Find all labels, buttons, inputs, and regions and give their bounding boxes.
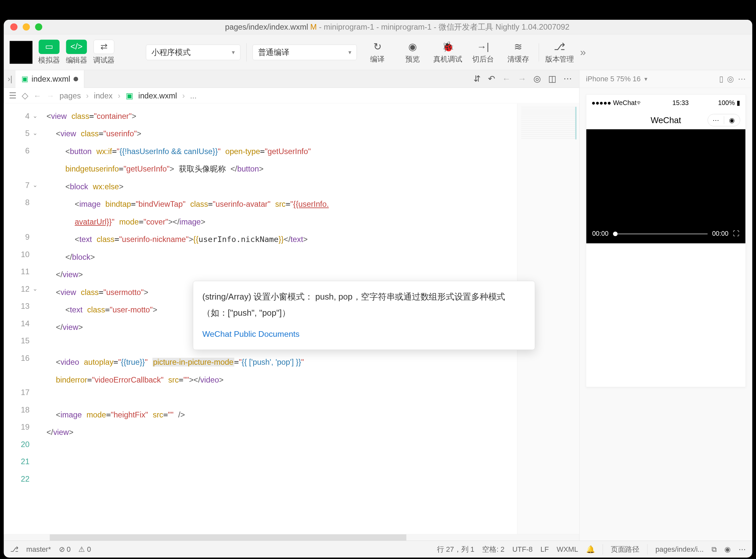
editor-button[interactable]: </> 编辑器 (66, 40, 87, 65)
tooltip-doc-link[interactable]: WeChat Public Documents (202, 326, 526, 342)
traffic-lights (10, 23, 42, 30)
mode-select[interactable]: 小程序模式 ▾ (146, 44, 240, 60)
list-icon[interactable]: ☰ (9, 91, 17, 101)
forward-icon[interactable]: → (518, 74, 527, 84)
compile-label: 编译 (370, 54, 384, 64)
compare-icon[interactable]: ⇵ (473, 74, 481, 84)
errors-indicator[interactable]: ⊘ 0 (59, 545, 71, 553)
device-frame: ●●●●● WeChatᯤ 15:33 100% ▮ WeChat ⋯ ◉ 00… (586, 94, 746, 387)
layers-icon: ≋ (514, 41, 522, 53)
tooltip-body: (string/Array) 设置小窗模式： push, pop，空字符串或通过… (202, 289, 526, 321)
clear-cache-button[interactable]: ≋ 清缓存 (504, 41, 533, 64)
video-time-current: 00:00 (592, 230, 608, 238)
more-icon[interactable]: ⋯ (738, 74, 746, 84)
eol[interactable]: LF (540, 545, 549, 553)
video-controls: 00:00 00:00 ⛶ (592, 230, 739, 238)
maximize-icon[interactable] (35, 23, 43, 30)
back-icon[interactable]: ← (502, 74, 511, 84)
indent-setting[interactable]: 空格: 2 (482, 544, 505, 554)
fold-icon[interactable]: ⌄ (32, 176, 38, 194)
language-mode[interactable]: WXML (557, 545, 578, 553)
bug-icon: 🐞 (442, 41, 454, 53)
code-icon: </> (66, 40, 87, 54)
tab-label: index.wxml (31, 74, 70, 84)
compile-button[interactable]: ↻ 编译 (362, 41, 392, 64)
modified-marker: M (310, 22, 317, 31)
device-debug-label: 真机调试 (433, 54, 462, 64)
video-seek-track[interactable] (613, 233, 708, 234)
fold-icon[interactable]: ⌄ (32, 280, 38, 297)
branch-icon[interactable]: ⎇ (10, 545, 18, 553)
back-arrow-icon[interactable]: ← (34, 91, 42, 100)
compass-icon[interactable]: ◎ (533, 74, 541, 84)
bookmark-icon[interactable]: ◇ (22, 91, 28, 101)
fold-icon[interactable]: ⌄ (32, 107, 38, 125)
sidebar-toggle-icon[interactable]: ›| (7, 74, 12, 84)
bell-icon[interactable]: 🔔 (586, 545, 595, 553)
scrollbar-thumb[interactable] (50, 534, 406, 541)
close-icon[interactable] (10, 23, 18, 30)
battery-icon: ▮ (737, 99, 740, 107)
crumb-file[interactable]: index.wxml (138, 91, 177, 100)
eye-icon[interactable]: ◉ (725, 545, 731, 553)
warnings-indicator[interactable]: ⚠ 0 (79, 545, 91, 553)
editor-panel: ›| ▣ index.wxml ⇵ ↶ ← → ◎ ◫ ⋯ ☰ (4, 70, 579, 541)
split-icon[interactable]: ◫ (548, 74, 556, 84)
clear-cache-label: 清缓存 (507, 54, 529, 64)
simulator-button[interactable]: ▭ 模拟器 (38, 40, 60, 65)
mode-select-value: 小程序模式 (152, 47, 191, 58)
title-app: 微信开发者工具 Nightly 1.04.2007092 (439, 22, 570, 31)
chevron-down-icon: ▾ (644, 75, 647, 83)
statusbar: ⎇ master* ⊘ 0 ⚠ 0 行 27，列 1 空格: 2 UTF-8 L… (4, 541, 752, 557)
minimize-icon[interactable] (23, 23, 30, 30)
device-icon[interactable]: ▯ (719, 74, 724, 84)
carrier: ●●●●● WeChat (592, 99, 636, 106)
revert-icon[interactable]: ↶ (488, 74, 495, 84)
page-path[interactable]: pages/index/i... (655, 545, 704, 553)
device-select[interactable]: iPhone 5 75% 16 (586, 75, 641, 83)
seek-handle[interactable] (613, 231, 618, 236)
fold-icon[interactable]: ⌄ (32, 125, 38, 142)
file-icon: ▣ (126, 91, 133, 100)
version-button[interactable]: ⎇ 版本管理 (545, 41, 574, 64)
debugger-button[interactable]: ⇄ 调试器 (93, 40, 115, 65)
more-icon[interactable]: ⋯ (563, 74, 572, 84)
device-debug-button[interactable]: 🐞 真机调试 (433, 41, 462, 64)
window-title: pages/index/index.wxml M - miniprogram-1… (49, 22, 746, 32)
fullscreen-icon[interactable]: ⛶ (733, 230, 739, 238)
target-icon[interactable]: ◎ (727, 74, 734, 84)
wifi-icon: ᯤ (637, 99, 643, 106)
git-branch[interactable]: master* (26, 545, 51, 553)
cursor-position[interactable]: 行 27，列 1 (437, 544, 474, 554)
exit-icon: →| (477, 41, 489, 53)
simulator-header: iPhone 5 75% 16 ▾ ▯ ◎ ⋯ (579, 70, 752, 88)
crumb-index[interactable]: index (94, 91, 113, 100)
body: ›| ▣ index.wxml ⇵ ↶ ← → ◎ ◫ ⋯ ☰ (4, 70, 752, 541)
tab-index-wxml[interactable]: ▣ index.wxml (16, 70, 84, 88)
copy-icon[interactable]: ⧉ (712, 545, 717, 553)
background-button[interactable]: →| 切后台 (468, 41, 497, 64)
compile-select[interactable]: 普通编译 ▾ (252, 44, 357, 60)
phone-icon: ▭ (39, 40, 59, 54)
preview-button[interactable]: ◉ 预览 (398, 41, 427, 64)
gutter: 4⌄ 5⌄ 6 7⌄ 8 9 10 11 12⌄ 13 14 15 16 (4, 103, 35, 534)
simulator-panel: iPhone 5 75% 16 ▾ ▯ ◎ ⋯ ●●●●● WeChatᯤ 15… (579, 70, 752, 541)
file-icon: ▣ (21, 75, 28, 83)
main-window: pages/index/index.wxml M - miniprogram-1… (4, 20, 752, 558)
more-icon[interactable]: ⋯ (738, 545, 746, 553)
horizontal-scrollbar[interactable] (4, 534, 579, 541)
crumb-more[interactable]: ... (190, 91, 197, 100)
toolbar: ▭ 模拟器 </> 编辑器 ⇄ 调试器 小程序模式 ▾ 普通编译 ▾ ↻ 编译 … (4, 35, 752, 70)
more-icon[interactable]: » (580, 46, 586, 58)
code-editor[interactable]: 4⌄ 5⌄ 6 7⌄ 8 9 10 11 12⌄ 13 14 15 16 (4, 103, 579, 534)
video-player[interactable]: 00:00 00:00 ⛶ (586, 129, 746, 244)
forward-arrow-icon[interactable]: → (46, 91, 54, 100)
capsule-menu-icon[interactable]: ⋯ (708, 116, 724, 124)
editor-label: 编辑器 (66, 55, 87, 65)
capsule-close-icon[interactable]: ◉ (724, 116, 740, 124)
battery-pct: 100% (718, 99, 735, 107)
hover-tooltip: (string/Array) 设置小窗模式： push, pop，空字符串或通过… (193, 281, 535, 350)
crumb-pages[interactable]: pages (60, 91, 81, 100)
simulator-label: 模拟器 (38, 55, 60, 65)
encoding[interactable]: UTF-8 (512, 545, 533, 553)
